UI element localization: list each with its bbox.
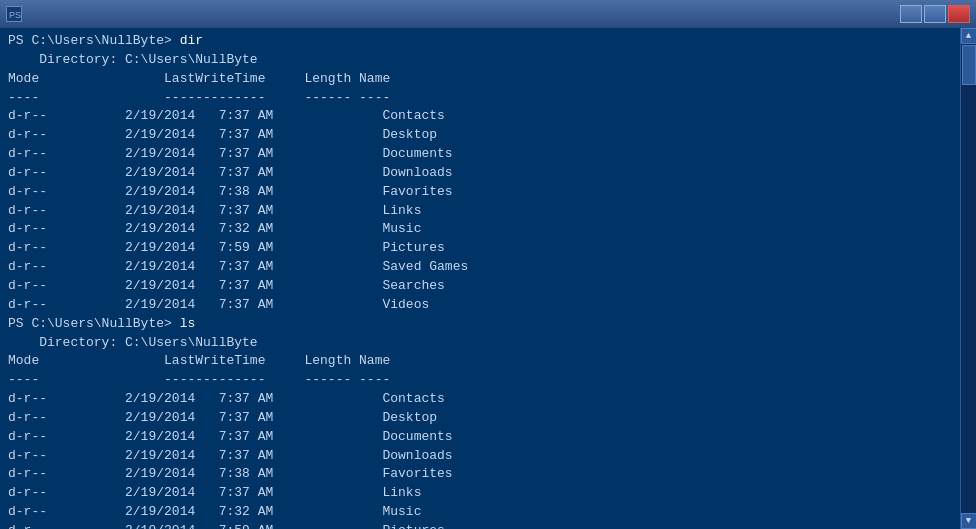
terminal-line: d-r-- 2/19/2014 7:32 AM Music bbox=[8, 220, 952, 239]
powershell-window: PS PS C:\Users\NullByte> dir Directory: … bbox=[0, 0, 976, 529]
minimize-button[interactable] bbox=[900, 5, 922, 23]
svg-text:PS: PS bbox=[9, 10, 21, 20]
title-bar-left: PS bbox=[6, 6, 28, 22]
terminal-line: d-r-- 2/19/2014 7:37 AM Links bbox=[8, 202, 952, 221]
terminal-line: d-r-- 2/19/2014 7:37 AM Saved Games bbox=[8, 258, 952, 277]
close-button[interactable] bbox=[948, 5, 970, 23]
scrollbar[interactable]: ▲ ▼ bbox=[960, 28, 976, 529]
content-area: PS C:\Users\NullByte> dir Directory: C:\… bbox=[0, 28, 976, 529]
title-bar: PS bbox=[0, 0, 976, 28]
scroll-thumb[interactable] bbox=[962, 45, 976, 85]
terminal-line: d-r-- 2/19/2014 7:37 AM Documents bbox=[8, 145, 952, 164]
powershell-icon: PS bbox=[6, 6, 22, 22]
terminal-line: d-r-- 2/19/2014 7:37 AM Desktop bbox=[8, 409, 952, 428]
terminal-line: d-r-- 2/19/2014 7:38 AM Favorites bbox=[8, 465, 952, 484]
terminal-line: d-r-- 2/19/2014 7:37 AM Links bbox=[8, 484, 952, 503]
terminal-line: d-r-- 2/19/2014 7:37 AM Documents bbox=[8, 428, 952, 447]
terminal-line: d-r-- 2/19/2014 7:37 AM Videos bbox=[8, 296, 952, 315]
terminal-line: ---- ------------- ------ ---- bbox=[8, 89, 952, 108]
terminal-line: d-r-- 2/19/2014 7:37 AM Downloads bbox=[8, 447, 952, 466]
terminal-line: d-r-- 2/19/2014 7:59 AM Pictures bbox=[8, 239, 952, 258]
terminal-line: d-r-- 2/19/2014 7:37 AM Downloads bbox=[8, 164, 952, 183]
terminal-line: Directory: C:\Users\NullByte bbox=[8, 334, 952, 353]
terminal-line: Mode LastWriteTime Length Name bbox=[8, 352, 952, 371]
terminal-line: ---- ------------- ------ ---- bbox=[8, 371, 952, 390]
maximize-button[interactable] bbox=[924, 5, 946, 23]
terminal-line: d-r-- 2/19/2014 7:37 AM Desktop bbox=[8, 126, 952, 145]
window-controls bbox=[900, 5, 970, 23]
terminal-line: d-r-- 2/19/2014 7:38 AM Favorites bbox=[8, 183, 952, 202]
terminal-line: Mode LastWriteTime Length Name bbox=[8, 70, 952, 89]
terminal-line: d-r-- 2/19/2014 7:59 AM Pictures bbox=[8, 522, 952, 529]
terminal-line: d-r-- 2/19/2014 7:37 AM Contacts bbox=[8, 390, 952, 409]
terminal-line: d-r-- 2/19/2014 7:37 AM Searches bbox=[8, 277, 952, 296]
terminal-output[interactable]: PS C:\Users\NullByte> dir Directory: C:\… bbox=[0, 28, 960, 529]
prompt-line-1: PS C:\Users\NullByte> dir bbox=[8, 32, 952, 51]
terminal-line: d-r-- 2/19/2014 7:32 AM Music bbox=[8, 503, 952, 522]
scroll-up-button[interactable]: ▲ bbox=[961, 28, 977, 44]
scroll-down-button[interactable]: ▼ bbox=[961, 513, 977, 529]
scroll-track[interactable] bbox=[961, 44, 977, 513]
terminal-line: d-r-- 2/19/2014 7:37 AM Contacts bbox=[8, 107, 952, 126]
terminal-line: Directory: C:\Users\NullByte bbox=[8, 51, 952, 70]
prompt-line-2: PS C:\Users\NullByte> ls bbox=[8, 315, 952, 334]
